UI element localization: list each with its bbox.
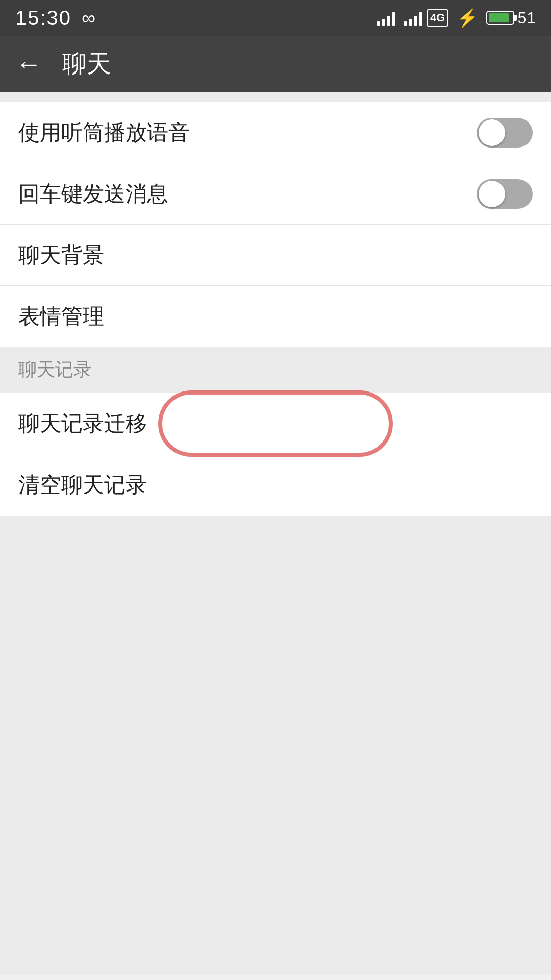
emoji-management-item[interactable]: 表情管理 [0,286,551,347]
enter-send-item[interactable]: 回车键发送消息 [0,163,551,225]
chat-record-section: 聊天记录迁移 清空聊天记录 [0,393,551,516]
charging-icon: ⚡ [457,8,478,28]
app-bar: ← 聊天 [0,36,551,92]
bottom-area [0,516,551,975]
signal-bars-2 [404,10,422,26]
circle-annotation [158,390,393,457]
chat-record-migration-label: 聊天记录迁移 [18,409,147,438]
signal-bar [409,19,412,26]
battery-body [486,11,514,25]
chat-background-label: 聊天背景 [18,241,104,270]
battery: 51 [486,9,536,28]
signal-group-1 [377,10,395,26]
clear-chat-records-label: 清空聊天记录 [18,471,147,499]
chat-record-section-header: 聊天记录 [0,347,551,393]
status-time: 15:30 [15,7,71,30]
enter-send-label: 回车键发送消息 [18,180,168,208]
signal-bars-1 [377,10,395,26]
section-gap-top [0,92,551,102]
chat-background-item[interactable]: 聊天背景 [0,225,551,286]
earpiece-audio-toggle[interactable] [477,118,533,148]
signal-bar [404,21,407,26]
signal-bar [392,12,395,26]
status-infinity: ∞ [82,7,95,29]
toggle-knob [479,181,505,207]
status-left: 15:30 ∞ [15,7,95,30]
earpiece-audio-item[interactable]: 使用听筒播放语音 [0,102,551,163]
enter-send-toggle[interactable] [477,179,533,209]
network-badge: 4G [427,9,448,27]
signal-bar [382,19,385,26]
chat-record-migration-item[interactable]: 聊天记录迁移 [0,393,551,454]
signal-bar [387,16,390,26]
signal-bar [377,21,380,26]
signal-group-2: 4G [404,9,448,27]
status-bar: 15:30 ∞ 4G ⚡ 51 [0,0,551,36]
earpiece-audio-label: 使用听筒播放语音 [18,118,190,147]
back-button[interactable]: ← [15,51,42,77]
signal-bar [419,12,422,26]
toggle-knob [479,119,505,146]
battery-level: 51 [517,9,536,28]
signal-bar [414,16,417,26]
battery-fill [489,13,508,22]
emoji-management-label: 表情管理 [18,302,104,331]
status-right: 4G ⚡ 51 [377,8,536,28]
page-title: 聊天 [62,47,111,80]
clear-chat-records-item[interactable]: 清空聊天记录 [0,454,551,516]
settings-list: 使用听筒播放语音 回车键发送消息 聊天背景 表情管理 [0,102,551,347]
chat-record-section-label: 聊天记录 [18,357,92,382]
